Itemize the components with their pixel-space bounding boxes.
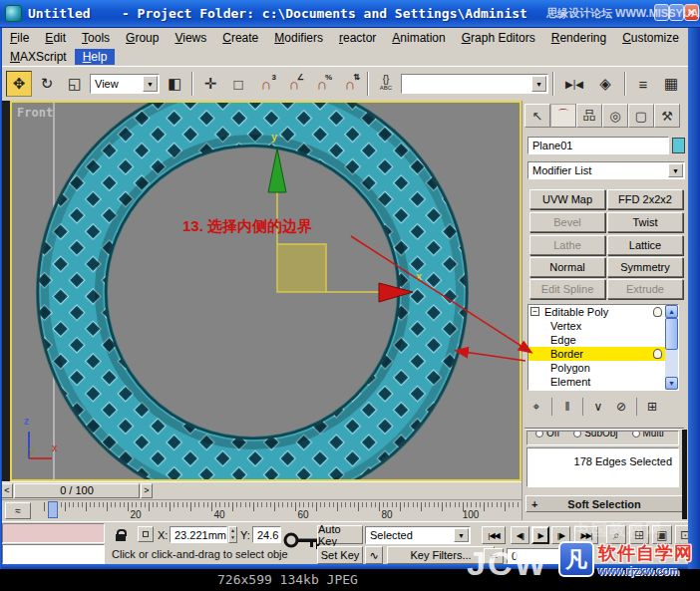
tab-hierarchy-icon[interactable]: 品 <box>576 104 602 128</box>
tab-display-icon[interactable]: ▢ <box>628 104 654 128</box>
angle-snap-button[interactable]: ∩ ∠ <box>281 71 307 97</box>
maxscript-listener-white[interactable] <box>2 544 105 564</box>
menu-file[interactable]: File <box>2 30 37 46</box>
menu-tools[interactable]: Tools <box>74 30 118 46</box>
stack-item-vertex[interactable]: Vertex <box>528 319 678 333</box>
tutorial-annotation: 13. 选择内侧的边界 <box>182 217 312 236</box>
stack-item-element[interactable]: Element <box>528 375 678 389</box>
preview-subobj-radio[interactable]: SubObj <box>573 431 617 439</box>
dropdown-arrow-icon[interactable]: ▼ <box>454 528 469 542</box>
play-button[interactable]: ▶ <box>531 526 549 544</box>
scroll-up-icon[interactable]: ▲ <box>665 305 678 318</box>
set-key-button[interactable]: Set Key <box>317 546 363 564</box>
align-button[interactable]: ◈ <box>592 71 618 97</box>
make-unique-icon[interactable]: ∨ <box>588 397 608 417</box>
menu-views[interactable]: Views <box>167 30 214 46</box>
use-center-flyout-button[interactable]: ◧ <box>162 71 187 97</box>
layer-manager-button[interactable]: ≡ <box>630 71 656 97</box>
menu-modifiers[interactable]: Modifiers <box>266 30 331 46</box>
time-slider[interactable]: 0 / 100 <box>14 483 140 498</box>
maxscript-listener-pink[interactable] <box>2 523 105 543</box>
object-name-field[interactable]: Plane01 <box>527 137 669 154</box>
x-spinner[interactable]: ▲▼ <box>228 526 237 543</box>
menu-maxscript[interactable]: MAXScript <box>2 49 75 65</box>
visibility-bulb-icon[interactable] <box>653 349 662 359</box>
percent-snap-button[interactable]: ∩ % <box>309 71 335 97</box>
modifier-list-dropdown[interactable]: Modifier List ▼ <box>527 161 685 179</box>
modifier-button-lathe[interactable]: Lathe <box>529 235 605 255</box>
menu-rendering[interactable]: Rendering <box>543 30 614 46</box>
modifier-button-symmetry[interactable]: Symmetry <box>607 257 683 277</box>
menu-edit[interactable]: Edit <box>37 30 74 46</box>
rotate-button[interactable]: ↻ <box>34 71 60 97</box>
named-selection-dropdown[interactable]: ▼ <box>401 74 548 94</box>
menu-group[interactable]: Group <box>118 30 167 46</box>
menu-animation[interactable]: Animation <box>384 30 453 46</box>
track-bar-thumb[interactable] <box>48 501 58 518</box>
x-coordinate-field[interactable]: 23.221mm <box>170 526 227 543</box>
track-bar-ruler[interactable]: 0 20 40 60 80 100 <box>44 500 522 522</box>
object-color-swatch[interactable] <box>672 138 685 153</box>
panel-scrollbar[interactable] <box>682 430 687 519</box>
reference-coordinate-dropdown[interactable]: View ▼ <box>90 74 160 94</box>
dropdown-arrow-icon[interactable]: ▼ <box>531 76 546 92</box>
edit-named-selections-button[interactable]: {} ABC <box>373 71 399 97</box>
tab-create-icon[interactable]: ↖ <box>525 104 550 128</box>
go-to-start-button[interactable]: |◀◀ <box>482 526 506 544</box>
preview-multi-radio[interactable]: Multi <box>632 431 664 439</box>
viewport-label[interactable]: Front <box>17 106 53 120</box>
configure-modifier-sets-icon[interactable]: ⊞ <box>642 397 662 417</box>
modifier-button-uvw-map[interactable]: UVW Map <box>529 189 605 209</box>
tab-utilities-icon[interactable]: ⚒ <box>654 104 680 128</box>
modifier-button-normal[interactable]: Normal <box>529 257 605 277</box>
soft-selection-rollout[interactable]: + Soft Selection <box>525 495 683 512</box>
dropdown-arrow-icon[interactable]: ▼ <box>668 163 683 177</box>
auto-key-button[interactable]: Auto Key <box>317 525 363 544</box>
mirror-button[interactable]: ▶|◀ <box>558 71 590 97</box>
menu-help[interactable]: Help <box>75 49 116 65</box>
menu-graph-editors[interactable]: Graph Editors <box>454 30 543 46</box>
next-frame-arrow[interactable]: > <box>141 483 153 498</box>
modifier-button-ffd[interactable]: FFD 2x2x2 <box>607 189 683 209</box>
stack-scrollbar[interactable]: ▲ ▼ <box>665 305 678 390</box>
spinner-snap-button[interactable]: ∩ ⇅ <box>337 71 363 97</box>
scroll-down-icon[interactable]: ▼ <box>665 377 678 390</box>
select-move-button[interactable]: ✥ <box>6 71 32 97</box>
stack-item-border[interactable]: Border <box>528 347 678 361</box>
menu-create[interactable]: Create <box>214 30 266 46</box>
scroll-thumb[interactable] <box>665 318 678 350</box>
modifier-button-bevel[interactable]: Bevel <box>529 212 605 232</box>
stack-item-editable-poly[interactable]: − Editable Poly <box>528 305 678 319</box>
preview-off-radio[interactable]: Off <box>535 431 559 439</box>
menu-customize[interactable]: Customize <box>614 30 687 46</box>
collapse-icon[interactable]: − <box>530 307 539 316</box>
modifier-button-edit-spline[interactable]: Edit Spline <box>529 279 605 299</box>
snap-toggle-3d-button[interactable]: ∩ 3 <box>253 71 279 97</box>
selection-lock-icon[interactable] <box>112 526 130 544</box>
tab-modify-icon[interactable]: ⌒ <box>550 104 576 128</box>
y-coordinate-field[interactable]: 24.6 <box>252 526 281 543</box>
dropdown-arrow-icon[interactable]: ▼ <box>143 76 158 92</box>
modifier-button-twist[interactable]: Twist <box>607 212 683 232</box>
menu-reactor[interactable]: reactor <box>331 30 384 46</box>
show-end-result-icon[interactable]: ‖ <box>557 397 577 417</box>
visibility-bulb-icon[interactable] <box>653 307 662 317</box>
modifier-button-lattice[interactable]: Lattice <box>607 235 683 255</box>
previous-frame-arrow[interactable]: < <box>1 483 13 498</box>
front-viewport[interactable]: Front 13. 选择内侧的边界 y x z x y <box>12 103 520 479</box>
pin-stack-icon[interactable]: ⌖ <box>526 397 546 417</box>
remove-modifier-icon[interactable]: ⊘ <box>611 397 631 417</box>
previous-frame-button[interactable]: ◀|| <box>511 526 529 544</box>
tab-motion-icon[interactable]: ◎ <box>602 104 628 128</box>
manipulate-button[interactable]: ✛ <box>197 71 223 97</box>
curve-editor-button[interactable]: ▦ <box>658 71 684 97</box>
new-key-curve-icon[interactable]: ∿ <box>365 546 383 564</box>
scale-button[interactable]: ◱ <box>62 71 88 97</box>
stack-item-edge[interactable]: Edge <box>528 333 678 347</box>
selection-filter-dropdown[interactable]: Selected ▼ <box>365 526 471 544</box>
modifier-button-extrude[interactable]: Extrude <box>607 279 683 299</box>
stack-item-polygon[interactable]: Polygon <box>528 361 678 375</box>
mini-curve-editor-button[interactable]: ≈ <box>5 502 31 519</box>
absolute-mode-toggle[interactable] <box>138 526 154 542</box>
snap-box-button[interactable]: □ <box>225 71 251 97</box>
